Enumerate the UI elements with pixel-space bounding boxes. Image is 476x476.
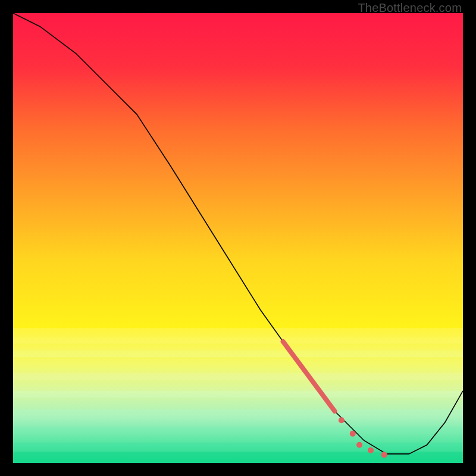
svg-point-12 (356, 442, 362, 448)
svg-rect-0 (13, 328, 463, 337)
svg-rect-5 (13, 391, 463, 397)
svg-rect-7 (13, 427, 463, 434)
svg-rect-4 (13, 373, 463, 380)
chart-frame: TheBottleneck.com (0, 0, 476, 476)
svg-rect-2 (13, 344, 463, 350)
striation-bands (13, 328, 463, 463)
svg-rect-3 (13, 350, 463, 357)
svg-point-11 (350, 431, 356, 437)
svg-point-13 (368, 447, 374, 453)
svg-rect-6 (13, 409, 463, 415)
chart-svg (13, 13, 463, 463)
plot-area (13, 13, 463, 463)
svg-point-10 (339, 417, 345, 423)
svg-rect-8 (13, 443, 463, 449)
svg-rect-1 (13, 337, 463, 343)
svg-rect-9 (13, 452, 463, 463)
svg-point-14 (381, 452, 387, 458)
